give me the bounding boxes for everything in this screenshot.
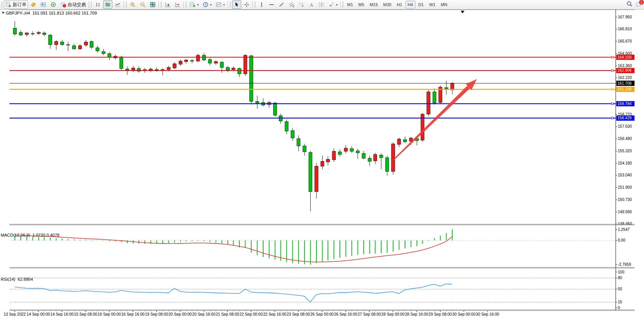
toolbar-grip bbox=[229, 2, 231, 8]
chevron-down-icon[interactable]: ▾ bbox=[210, 3, 212, 7]
toolbar-grip bbox=[125, 2, 127, 8]
toolbar-grip bbox=[91, 2, 92, 8]
svg-text:150.730: 150.730 bbox=[618, 198, 632, 202]
timeframe-w1-button[interactable]: W1 bbox=[427, 1, 438, 8]
zoom-in-button[interactable] bbox=[128, 0, 137, 9]
svg-text:157.630: 157.630 bbox=[618, 124, 632, 128]
svg-text:15 Sep 08:00: 15 Sep 08:00 bbox=[74, 312, 97, 316]
auto-scroll-icon bbox=[165, 2, 171, 8]
candlestick-button[interactable] bbox=[103, 0, 112, 9]
autotrading-button[interactable]: 自动交易 bbox=[59, 0, 87, 9]
svg-text:26 Sep 00:00: 26 Sep 00:00 bbox=[310, 312, 334, 316]
timeframe-m15-button[interactable]: M15 bbox=[367, 1, 380, 8]
toolbar-separator bbox=[227, 1, 228, 8]
vertical-line-button[interactable] bbox=[257, 0, 266, 9]
svg-text:29 Sep 08:00: 29 Sep 08:00 bbox=[428, 312, 452, 316]
new-order-icon bbox=[5, 2, 12, 8]
toolbar-grip bbox=[1, 2, 3, 8]
rsi-pane[interactable] bbox=[10, 278, 616, 302]
crosshair-button[interactable] bbox=[242, 0, 251, 9]
svg-text:28 Sep 16:00: 28 Sep 16:00 bbox=[405, 312, 428, 316]
notifications-button[interactable]: 1 bbox=[636, 2, 642, 8]
timeframe-d1-button[interactable]: D1 bbox=[416, 1, 426, 8]
svg-text:20 Sep 00:00: 20 Sep 00:00 bbox=[168, 312, 192, 316]
toolbar-separator bbox=[183, 1, 184, 8]
chart-shift-marker-icon[interactable] bbox=[461, 11, 464, 13]
indicators-button[interactable]: ▾ bbox=[188, 0, 200, 9]
svg-text:27 Sep 08:00: 27 Sep 08:00 bbox=[357, 312, 381, 316]
zoom-out-icon bbox=[140, 2, 146, 8]
text-icon: A bbox=[308, 2, 315, 8]
templates-icon bbox=[216, 2, 222, 8]
navigator-icon bbox=[40, 2, 46, 8]
svg-text:28 Sep 00:00: 28 Sep 00:00 bbox=[381, 312, 405, 316]
trendline-icon bbox=[278, 2, 285, 8]
svg-text:165.670: 165.670 bbox=[618, 39, 632, 43]
chart-shift-button[interactable] bbox=[173, 0, 182, 9]
autotrading-button-label: 自动交易 bbox=[68, 2, 86, 8]
trendline-button[interactable] bbox=[277, 0, 286, 9]
timeframe-h4-button[interactable]: H4 bbox=[405, 1, 415, 8]
periods-button[interactable]: ▾ bbox=[201, 0, 213, 9]
navigator-button[interactable] bbox=[39, 0, 48, 9]
main-price-pane[interactable] bbox=[10, 10, 635, 211]
autotrading-icon bbox=[60, 2, 66, 8]
horizontal-line-button[interactable] bbox=[267, 0, 276, 9]
toolbar-separator bbox=[340, 1, 341, 8]
bar-chart-button[interactable] bbox=[93, 0, 102, 9]
chevron-down-icon[interactable]: ▾ bbox=[197, 3, 199, 7]
svg-text:26 Sep 16:00: 26 Sep 16:00 bbox=[334, 312, 357, 316]
toolbar-grip bbox=[185, 2, 187, 8]
toolbar-grip bbox=[342, 2, 344, 8]
new-order-button[interactable]: 新订单 bbox=[4, 0, 28, 9]
svg-text:13 Sep 2022: 13 Sep 2022 bbox=[3, 312, 26, 316]
cursor-icon bbox=[234, 2, 240, 8]
horizontal-line-icon bbox=[268, 2, 275, 8]
svg-text:15: 15 bbox=[618, 300, 623, 304]
timeframe-m30-button[interactable]: M30 bbox=[381, 1, 394, 8]
shapes-button[interactable]: ▾ bbox=[327, 0, 339, 9]
timeframe-h1-button[interactable]: H1 bbox=[394, 1, 404, 8]
chart-shift-icon bbox=[175, 2, 181, 8]
cursor-button[interactable] bbox=[232, 0, 241, 9]
label-button[interactable]: T bbox=[317, 0, 326, 9]
market-watch-button[interactable] bbox=[29, 0, 38, 9]
search-icon[interactable] bbox=[626, 1, 632, 8]
channel-button[interactable]: E bbox=[287, 0, 296, 9]
shapes-icon bbox=[328, 2, 334, 8]
templates-button[interactable]: ▾ bbox=[214, 0, 226, 9]
channel-icon: E bbox=[288, 2, 295, 8]
rsi-line bbox=[15, 284, 452, 302]
vertical-line-icon bbox=[259, 2, 265, 8]
svg-text:14 Sep 16:00: 14 Sep 16:00 bbox=[50, 312, 74, 316]
mt4-window: 新订单自动交易▾▾▾EFAT▾M1M5M15M30H1H4D1W1MN1 164… bbox=[0, 0, 644, 326]
toolbar-separator bbox=[252, 1, 253, 8]
svg-text:20 Sep 16:00: 20 Sep 16:00 bbox=[192, 312, 216, 316]
price-axis[interactable]: 164.159162.909161.709161.138159.784158.4… bbox=[616, 10, 635, 310]
line-chart-button[interactable] bbox=[113, 0, 122, 9]
fibonacci-button[interactable]: F bbox=[297, 0, 306, 9]
chevron-down-icon[interactable]: ▾ bbox=[336, 3, 338, 7]
timeframe-m5-button[interactable]: M5 bbox=[356, 1, 366, 8]
svg-text:-2.7659: -2.7659 bbox=[618, 262, 631, 267]
text-button[interactable]: A bbox=[307, 0, 316, 9]
svg-text:T: T bbox=[321, 3, 323, 7]
zoom-out-button[interactable] bbox=[138, 0, 147, 9]
time-axis[interactable]: 13 Sep 202214 Sep 00:0014 Sep 16:0015 Se… bbox=[3, 311, 499, 316]
signals-button[interactable] bbox=[49, 0, 58, 9]
svg-text:156.490: 156.490 bbox=[618, 137, 632, 141]
macd-label: MACD(12,26,9) 1.0720 0.4078 bbox=[1, 233, 59, 237]
chevron-down-icon[interactable]: ▾ bbox=[223, 3, 225, 7]
auto-scroll-button[interactable] bbox=[163, 0, 172, 9]
macd-pane[interactable] bbox=[10, 229, 616, 265]
timeframe-m1-button[interactable]: M1 bbox=[345, 1, 355, 8]
fibonacci-icon: F bbox=[298, 2, 305, 8]
chart-window: 164.159162.909161.709161.138159.784158.4… bbox=[0, 10, 644, 326]
svg-text:100: 100 bbox=[618, 270, 624, 274]
timeframe-mn-button[interactable]: MN bbox=[438, 1, 450, 8]
chart-canvas[interactable]: 164.159162.909161.709161.138159.784158.4… bbox=[0, 10, 644, 326]
one-click-trading-toggle-icon[interactable] bbox=[2, 12, 5, 14]
periods-icon bbox=[203, 2, 209, 8]
toolbar-right-icons: 1 bbox=[626, 1, 644, 8]
tile-windows-button[interactable] bbox=[148, 0, 157, 9]
